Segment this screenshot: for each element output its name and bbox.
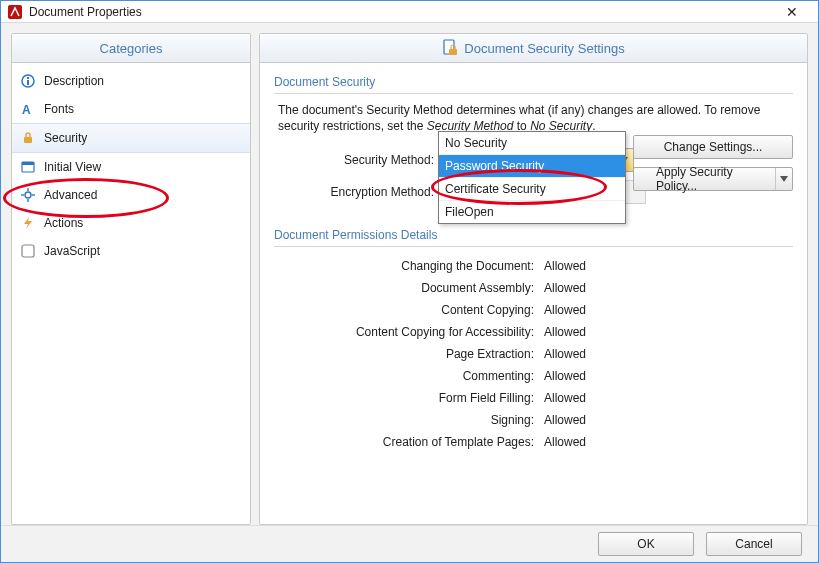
dialog-window: Document Properties ✕ Categories Descrip… bbox=[0, 0, 819, 563]
window-title: Document Properties bbox=[29, 5, 772, 19]
sidebar-item-label: JavaScript bbox=[44, 244, 100, 258]
svg-rect-3 bbox=[27, 77, 29, 79]
sidebar-item-advanced[interactable]: Advanced bbox=[12, 181, 250, 209]
sidebar-item-description[interactable]: Description bbox=[12, 67, 250, 95]
perm-row: Changing the Document:Allowed bbox=[274, 255, 793, 277]
group-document-security-label: Document Security bbox=[274, 75, 793, 89]
svg-rect-5 bbox=[24, 137, 32, 143]
sidebar-item-label: Initial View bbox=[44, 160, 101, 174]
security-method-dropdown[interactable]: No Security Password Security Certificat… bbox=[438, 131, 626, 224]
sidebar-item-label: Actions bbox=[44, 216, 83, 230]
perm-row: Signing:Allowed bbox=[274, 409, 793, 431]
js-icon bbox=[20, 243, 36, 259]
settings-header: Document Security Settings bbox=[260, 34, 807, 63]
svg-text:A: A bbox=[22, 103, 31, 116]
sidebar-item-initial-view[interactable]: Initial View bbox=[12, 153, 250, 181]
divider bbox=[274, 93, 793, 94]
svg-rect-2 bbox=[27, 80, 29, 85]
encryption-method-label: Encryption Method: bbox=[274, 185, 442, 199]
dropdown-option-fileopen[interactable]: FileOpen bbox=[439, 201, 625, 223]
bolt-icon bbox=[20, 215, 36, 231]
perm-row: Content Copying for Accessibility:Allowe… bbox=[274, 321, 793, 343]
perm-row: Form Field Filling:Allowed bbox=[274, 387, 793, 409]
divider bbox=[274, 246, 793, 247]
dropdown-option-no-security[interactable]: No Security bbox=[439, 132, 625, 155]
sidebar-item-actions[interactable]: Actions bbox=[12, 209, 250, 237]
categories-header-label: Categories bbox=[100, 41, 163, 56]
document-lock-icon bbox=[442, 39, 458, 57]
close-button[interactable]: ✕ bbox=[772, 4, 812, 20]
categories-panel: Categories Description A Fonts Security bbox=[11, 33, 251, 525]
svg-marker-13 bbox=[24, 217, 32, 229]
sidebar-item-security[interactable]: Security bbox=[12, 123, 250, 153]
chevron-down-icon[interactable] bbox=[775, 168, 792, 190]
content-area: Categories Description A Fonts Security bbox=[1, 23, 818, 525]
categories-list: Description A Fonts Security Initial Vie… bbox=[12, 63, 250, 269]
gear-icon bbox=[20, 187, 36, 203]
view-icon bbox=[20, 159, 36, 175]
svg-rect-16 bbox=[449, 49, 457, 55]
settings-header-label: Document Security Settings bbox=[464, 41, 624, 56]
change-settings-button[interactable]: Change Settings... bbox=[633, 135, 793, 159]
sidebar-item-label: Fonts bbox=[44, 102, 74, 116]
perm-row: Content Copying:Allowed bbox=[274, 299, 793, 321]
dropdown-option-password-security[interactable]: Password Security bbox=[439, 155, 625, 178]
perm-row: Page Extraction:Allowed bbox=[274, 343, 793, 365]
group-permissions-label: Document Permissions Details bbox=[274, 228, 793, 242]
app-icon bbox=[7, 4, 23, 20]
svg-point-8 bbox=[25, 192, 31, 198]
security-method-label: Security Method: bbox=[274, 153, 442, 167]
perm-row: Document Assembly:Allowed bbox=[274, 277, 793, 299]
svg-rect-7 bbox=[22, 162, 34, 165]
apply-security-policy-button[interactable]: Apply Security Policy... bbox=[633, 167, 793, 191]
sidebar-item-label: Security bbox=[44, 131, 87, 145]
categories-header: Categories bbox=[12, 34, 250, 63]
sidebar-item-label: Advanced bbox=[44, 188, 97, 202]
dropdown-option-certificate-security[interactable]: Certificate Security bbox=[439, 178, 625, 201]
svg-rect-14 bbox=[22, 245, 34, 257]
permissions-list: Changing the Document:Allowed Document A… bbox=[274, 255, 793, 453]
settings-panel: Document Security Settings Document Secu… bbox=[259, 33, 808, 525]
security-description: The document's Security Method determine… bbox=[278, 102, 789, 134]
lock-icon bbox=[20, 130, 36, 146]
info-icon bbox=[20, 73, 36, 89]
ok-button[interactable]: OK bbox=[598, 532, 694, 556]
cancel-button[interactable]: Cancel bbox=[706, 532, 802, 556]
dialog-footer: OK Cancel bbox=[1, 525, 818, 562]
right-button-group: Change Settings... Apply Security Policy… bbox=[633, 135, 793, 191]
sidebar-item-fonts[interactable]: A Fonts bbox=[12, 95, 250, 123]
font-icon: A bbox=[20, 101, 36, 117]
perm-row: Creation of Template Pages:Allowed bbox=[274, 431, 793, 453]
sidebar-item-javascript[interactable]: JavaScript bbox=[12, 237, 250, 265]
sidebar-item-label: Description bbox=[44, 74, 104, 88]
titlebar: Document Properties ✕ bbox=[1, 1, 818, 23]
perm-row: Commenting:Allowed bbox=[274, 365, 793, 387]
settings-body: Document Security The document's Securit… bbox=[260, 63, 807, 453]
svg-marker-18 bbox=[780, 176, 788, 182]
